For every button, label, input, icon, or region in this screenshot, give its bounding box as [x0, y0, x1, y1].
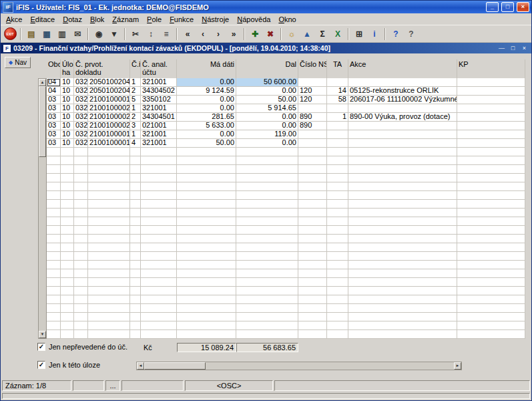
cut-button[interactable]: ✂	[128, 27, 143, 41]
mdi-minimize-button[interactable]: —	[497, 44, 506, 52]
sort-button[interactable]: ↕	[144, 27, 158, 41]
checkbox-icon[interactable]: ✓	[37, 343, 45, 351]
scroll-left-button[interactable]: ◄	[137, 362, 144, 370]
info-button[interactable]: i	[367, 27, 382, 41]
cell-dal[interactable]: 5 914.65	[236, 104, 298, 113]
cell-radek[interactable]: 4	[130, 139, 141, 148]
menu-item-nástroje[interactable]: Nástroje	[198, 15, 233, 24]
cell-ucet[interactable]: 34304502	[141, 87, 177, 96]
cell-uloha[interactable]: 10	[61, 139, 74, 148]
nav-button[interactable]: ◆ Nav	[5, 57, 31, 68]
cell-dal[interactable]: 50.00	[236, 96, 298, 104]
cell-kp[interactable]	[457, 96, 525, 104]
cell-rada[interactable]: 032	[74, 122, 88, 130]
cell-uloha[interactable]: 10	[61, 104, 74, 113]
cell-kp[interactable]	[457, 87, 525, 96]
cell-dal[interactable]: 0.00	[236, 122, 298, 130]
cell-akce[interactable]	[348, 130, 457, 139]
mdi-close-button[interactable]: ×	[520, 44, 529, 52]
cell-ma-dati[interactable]: 0.00	[177, 104, 236, 113]
cell-uloha[interactable]: 10	[61, 130, 74, 139]
help-button[interactable]: ?	[388, 27, 403, 41]
cell-akce[interactable]: 05125-rekonstrukce ORLÍK	[348, 87, 457, 96]
cell-ta[interactable]	[327, 78, 348, 87]
cell-obdobi[interactable]: 03	[47, 96, 61, 104]
scroll-down-button[interactable]: ▼	[39, 331, 46, 338]
cell-kp[interactable]	[457, 113, 525, 122]
cell-cislo-ns[interactable]	[298, 104, 327, 113]
cell-rada[interactable]: 032	[74, 104, 88, 113]
checkbox-icon[interactable]: ✓	[37, 361, 45, 369]
context-help-button[interactable]: ?	[404, 27, 419, 41]
vertical-scroll-thumb[interactable]	[39, 86, 46, 157]
cell-ucet[interactable]: 34304501	[141, 113, 177, 122]
cell-ma-dati[interactable]: 5 633.00	[177, 122, 236, 130]
cell-doklad[interactable]: 2050100204	[88, 78, 130, 87]
cell-akce[interactable]	[348, 122, 457, 130]
calculator-button[interactable]: ⊞	[352, 27, 366, 41]
cell-rada[interactable]: 032	[74, 139, 88, 148]
cell-doklad[interactable]: 2100100001	[88, 130, 130, 139]
last-record-button[interactable]: »	[226, 27, 241, 41]
next-record-button[interactable]: ›	[211, 27, 226, 41]
cell-uloha[interactable]: 10	[61, 122, 74, 130]
scroll-right-button[interactable]: ►	[454, 362, 461, 370]
cell-radek[interactable]: 1	[130, 130, 141, 139]
open-folder-button[interactable]: ▤	[24, 27, 39, 41]
cell-cislo-ns[interactable]: 120	[298, 96, 327, 104]
cell-akce[interactable]	[348, 78, 457, 87]
cell-ma-dati[interactable]: 281.65	[177, 113, 236, 122]
cell-ta[interactable]: 14	[327, 87, 348, 96]
cell-obdobi[interactable]: 03	[47, 104, 61, 113]
cell-obdobi[interactable]: 03	[47, 130, 61, 139]
menu-item-nápověda[interactable]: Nápověda	[233, 15, 274, 24]
cell-ma-dati[interactable]: 0.00	[177, 78, 236, 87]
cell-dal[interactable]: 0.00	[236, 113, 298, 122]
cell-ta[interactable]	[327, 122, 348, 130]
cell-kp[interactable]	[457, 139, 525, 148]
cell-uloha[interactable]: 10	[61, 96, 74, 104]
cell-dal[interactable]: 119.00	[236, 130, 298, 139]
cell-obdobi[interactable]: 04	[47, 87, 61, 96]
cell-ma-dati[interactable]: 0.00	[177, 130, 236, 139]
delete-record-button[interactable]: ✖	[263, 27, 278, 41]
menu-item-okno[interactable]: Okno	[274, 15, 300, 24]
cell-uloha[interactable]: 10	[61, 87, 74, 96]
cell-dal[interactable]: 0.00	[236, 139, 298, 148]
checkbox-only-this-task[interactable]: ✓ Jen k této úloze	[37, 361, 100, 369]
cell-uloha[interactable]: 10	[61, 113, 74, 122]
cell-kp[interactable]	[457, 104, 525, 113]
first-record-button[interactable]: «	[180, 27, 195, 41]
cell-dal[interactable]: 0.00	[236, 87, 298, 96]
save-button[interactable]: ▦	[39, 27, 54, 41]
cell-doklad[interactable]: 2050100204	[88, 87, 130, 96]
cell-kp[interactable]	[457, 130, 525, 139]
cell-radek[interactable]: 2	[130, 87, 141, 96]
vertical-scrollbar[interactable]: ▲ ▼	[38, 78, 47, 339]
cell-obdobi[interactable]: 03	[47, 139, 61, 148]
cell-akce[interactable]: 206017-06 111100002 Výzkumné z	[348, 96, 457, 104]
cell-obdobi[interactable]: 04	[47, 78, 61, 87]
cell-obdobi[interactable]: 03	[47, 113, 61, 122]
list-values-button[interactable]: ≡	[159, 27, 174, 41]
cell-ucet[interactable]: 321001	[141, 104, 177, 113]
scroll-up-button[interactable]: ▲	[39, 79, 46, 86]
cell-ma-dati[interactable]: 0.00	[177, 96, 236, 104]
exit-button[interactable]: EXIT	[3, 27, 17, 41]
cell-akce[interactable]	[348, 139, 457, 148]
cell-rada[interactable]: 032	[74, 113, 88, 122]
cell-ucet[interactable]: 021001	[141, 122, 177, 130]
horizontal-scroll-thumb[interactable]	[144, 362, 206, 370]
cell-ma-dati[interactable]: 9 124.59	[177, 87, 236, 96]
cell-radek[interactable]: 1	[130, 78, 141, 87]
cell-cislo-ns[interactable]: 890	[298, 113, 327, 122]
menu-item-editace[interactable]: Editace	[26, 15, 59, 24]
cell-cislo-ns[interactable]: 120	[298, 87, 327, 96]
cell-ta[interactable]	[327, 139, 348, 148]
cell-ta[interactable]	[327, 104, 348, 113]
menu-item-blok[interactable]: Blok	[86, 15, 108, 24]
cell-ucet[interactable]: 321001	[141, 139, 177, 148]
cell-akce[interactable]: 890-00 Výuka, provoz (dotace)	[348, 113, 457, 122]
cell-doklad[interactable]: 2100100001	[88, 139, 130, 148]
minimize-button[interactable]: _	[486, 2, 499, 12]
